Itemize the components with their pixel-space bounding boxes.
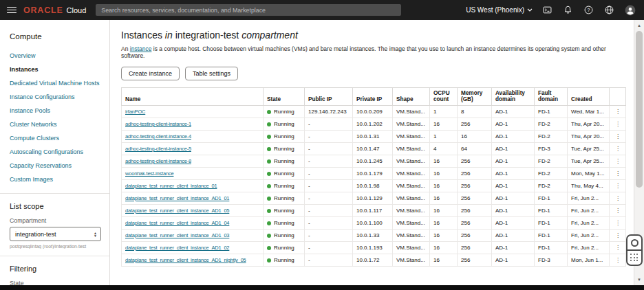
sidebar-item-instance-pools[interactable]: Instance Pools [0, 104, 109, 118]
shape-cell: VM.Stand... [393, 254, 430, 267]
sidebar-item-cluster-networks[interactable]: Cluster Networks [0, 118, 109, 131]
oracle-cloud-logo[interactable]: ORACLE Cloud [23, 5, 86, 15]
private-ip-cell: 10.0.0.209 [353, 106, 393, 118]
table-row: adhoc-testing-client-instance-1Running-1… [122, 118, 626, 131]
grid-handle-icon[interactable] [627, 249, 641, 265]
instance-name-link[interactable]: dataplane_test_runner_client_instance_AD… [125, 232, 229, 238]
hamburger-menu-icon[interactable] [7, 7, 17, 14]
compartment-select[interactable]: integration-test ▲▼ [10, 227, 101, 241]
fault-domain-cell: FD-1 [535, 230, 568, 242]
row-actions-button[interactable]: ⋮ [610, 254, 626, 267]
instance-name-link[interactable]: dataplane_test_runner_client_instance_AD… [125, 220, 229, 226]
sidebar-item-overview[interactable]: Overview [0, 49, 109, 63]
column-memory-gb: Memory (GB) [458, 88, 492, 106]
created-cell: Mon, Jun 1... [568, 254, 610, 267]
table-body: irfanPOCRunning129.146.72.24310.0.0.209V… [122, 106, 626, 267]
row-actions-button[interactable]: ⋮ [610, 180, 626, 192]
row-actions-button[interactable]: ⋮ [610, 143, 626, 155]
sidebar-item-compute-clusters[interactable]: Compute Clusters [0, 131, 109, 145]
language-icon[interactable] [603, 4, 615, 16]
instance-name-link[interactable]: adhoc-testing-client-instance-8 [125, 158, 191, 164]
row-actions-button[interactable]: ⋮ [610, 106, 626, 118]
row-actions-button[interactable]: ⋮ [610, 242, 626, 254]
column-shape: Shape [393, 88, 430, 106]
created-cell: Thu, May 4... [568, 180, 610, 192]
public-ip-cell: - [305, 242, 353, 254]
row-actions-button[interactable]: ⋮ [610, 168, 626, 180]
instance-name-link[interactable]: adhoc-testing-client-instance-4 [125, 133, 191, 140]
name-cell: adhoc-testing-client-instance-4 [122, 131, 264, 143]
fault-domain-cell: FD-2 [535, 155, 568, 168]
created-cell: Fri, Jun 2... [568, 242, 610, 254]
sidebar-item-instances[interactable]: Instances [0, 63, 109, 76]
row-actions-button[interactable]: ⋮ [610, 205, 626, 217]
availability-domain-cell: AD-1 [492, 118, 535, 131]
table-row: woonhak.test-instanceRunning-10.0.1.179V… [122, 168, 626, 180]
notifications-icon[interactable] [562, 4, 574, 16]
filtering-title: Filtering [10, 265, 109, 273]
instance-name-link[interactable]: dataplane_test_runner_client_instance_01 [125, 183, 217, 189]
scroll-up-arrow-icon[interactable]: ▲ [634, 21, 644, 30]
state-cell: Running [264, 192, 305, 205]
search-input[interactable] [96, 4, 401, 16]
row-actions-button[interactable]: ⋮ [610, 131, 626, 143]
row-actions-button[interactable]: ⋮ [610, 230, 626, 242]
shape-cell: VM.Stand... [393, 118, 430, 131]
target-icon[interactable] [627, 236, 641, 249]
created-cell: Thu, Apr 20... [568, 118, 610, 131]
instance-name-link[interactable]: adhoc-testing-client-instance-5 [125, 146, 191, 152]
table-row: dataplane_test_runner_client_instance_AD… [122, 230, 626, 242]
memory-cell: 16 [458, 131, 492, 143]
shape-cell: VM.Stand... [393, 230, 430, 242]
row-actions-button[interactable]: ⋮ [610, 192, 626, 205]
topbar: ORACLE Cloud US West (Phoenix) [0, 0, 644, 20]
sidebar-item-capacity-reservations[interactable]: Capacity Reservations [0, 159, 109, 172]
ocpu-count-cell: 16 [430, 242, 458, 254]
row-actions-button[interactable]: ⋮ [610, 118, 626, 131]
instance-name-link[interactable]: adhoc-testing-client-instance-1 [125, 121, 191, 127]
instance-name-link[interactable]: dataplane_test_runner_client_instance_AD… [125, 245, 229, 251]
profile-icon[interactable] [624, 4, 636, 16]
instance-doc-link[interactable]: instance [130, 45, 152, 52]
shape-cell: VM.Stand... [393, 217, 430, 230]
availability-domain-cell: AD-1 [492, 192, 535, 205]
sidebar-item-autoscaling-configurations[interactable]: Autoscaling Configurations [0, 145, 109, 159]
instance-name-link[interactable]: woonhak.test-instance [125, 170, 173, 177]
scrollbar-thumb[interactable] [636, 31, 643, 188]
region-label: US West (Phoenix) [466, 6, 524, 14]
availability-domain-cell: AD-1 [492, 155, 535, 168]
private-ip-cell: 10.0.1.31 [353, 131, 393, 143]
ocpu-count-cell: 16 [430, 180, 458, 192]
oracle-cloud-console: ORACLE Cloud US West (Phoenix) [0, 0, 644, 290]
row-actions-button[interactable]: ⋮ [610, 217, 626, 230]
instance-name-link[interactable]: irfanPOC [125, 109, 145, 115]
availability-domain-cell: AD-1 [492, 230, 535, 242]
instance-name-link[interactable]: dataplane_test_runner_client_instance_AD… [125, 208, 229, 214]
create-instance-button[interactable]: Create instance [121, 67, 180, 80]
sidebar-item-instance-configurations[interactable]: Instance Configurations [0, 90, 109, 104]
public-ip-cell: - [305, 192, 353, 205]
cloud-shell-icon[interactable] [541, 4, 553, 16]
running-status-icon [267, 234, 271, 238]
private-ip-cell: 10.0.1.47 [353, 143, 393, 155]
help-icon[interactable]: ? [583, 4, 594, 16]
region-selector[interactable]: US West (Phoenix) [466, 6, 533, 14]
state-cell: Running [264, 118, 305, 131]
scroll-down-arrow-icon[interactable]: ▼ [634, 276, 644, 284]
sidebar-item-custom-images[interactable]: Custom Images [0, 172, 109, 186]
created-cell: Fri, Jun 2... [568, 230, 610, 242]
state-cell: Running [264, 155, 305, 168]
state-cell: Running [264, 180, 305, 192]
overlay-capture-widget[interactable] [626, 234, 643, 266]
public-ip-cell: - [305, 143, 353, 155]
instance-name-link[interactable]: dataplane_test_runner_client_instance_AD… [125, 257, 246, 263]
instance-name-link[interactable]: dataplane_test_runner_client_instance_AD… [125, 195, 229, 201]
column-ocpu-count: OCPU count [430, 88, 458, 106]
table-row: adhoc-testing-client-instance-4Running-1… [122, 131, 626, 143]
shape-cell: VM.Stand... [393, 155, 430, 168]
created-cell: Tue, Apr 25... [568, 155, 610, 168]
sidebar-item-dedicated-virtual-machine-hosts[interactable]: Dedicated Virtual Machine Hosts [0, 76, 109, 90]
name-cell: dataplane_test_runner_client_instance_AD… [122, 192, 264, 205]
row-actions-button[interactable]: ⋮ [610, 155, 626, 168]
table-settings-button[interactable]: Table settings [185, 67, 238, 80]
